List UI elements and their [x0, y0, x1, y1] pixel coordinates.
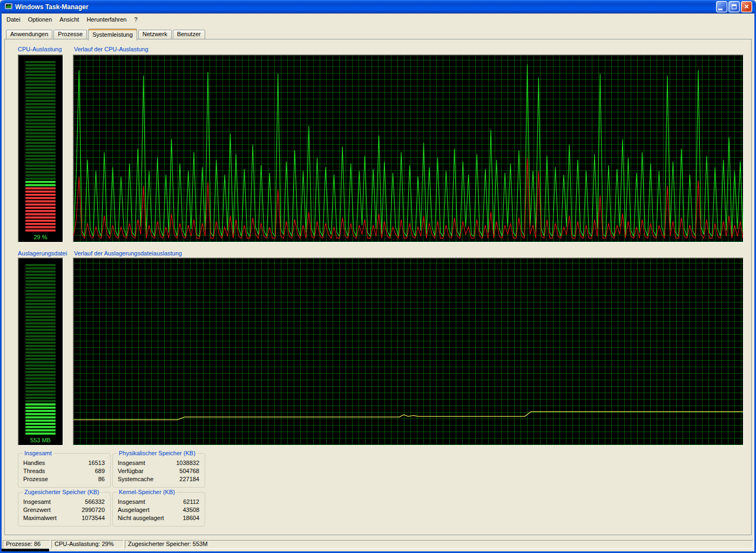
- status-commit-charge: Zugesicherter Speicher: 553M: [125, 540, 753, 549]
- stat-label: Insgesamt: [23, 498, 51, 506]
- stat-label: Maximalwert: [23, 514, 57, 522]
- menu-item-hilfe[interactable]: ?: [130, 15, 141, 24]
- title-bar: Windows Task-Manager ✕: [2, 0, 754, 14]
- status-cpu-usage: CPU-Auslastung: 29%: [51, 540, 124, 549]
- tab-benutzer[interactable]: Benutzer: [173, 30, 205, 39]
- close-button[interactable]: ✕: [741, 1, 752, 12]
- menu-item-datei[interactable]: Datei: [3, 15, 24, 24]
- app-icon: [4, 3, 13, 11]
- cpu-history-chart: [73, 55, 744, 242]
- tab-prozesse[interactable]: Prozesse: [53, 30, 87, 39]
- cpu-gauge-segments: [25, 58, 56, 233]
- stat-value: 1038832: [176, 459, 199, 467]
- close-icon: ✕: [744, 4, 749, 10]
- bottom-edge-strip: [2, 549, 754, 551]
- window-title: Windows Task-Manager: [15, 3, 715, 11]
- minimize-button[interactable]: [716, 1, 727, 12]
- stat-value: 86: [98, 475, 105, 483]
- stat-value: 43508: [183, 506, 199, 514]
- pagefile-history-label: Verlauf der Auslagerungsdateiauslastung: [74, 250, 182, 257]
- pagefile-usage-gauge: 553 MB: [18, 258, 63, 446]
- minimize-icon: [718, 9, 723, 10]
- group-title: Kernel-Speicher (KB): [117, 489, 177, 495]
- stat-label: Prozesse: [23, 475, 48, 483]
- stat-value: 1073544: [82, 514, 105, 522]
- group-zugesicherter-speicher: Zugesicherter Speicher (KB) Insgesamt566…: [18, 492, 111, 527]
- stat-label: Systemcache: [118, 475, 153, 483]
- stat-label: Handles: [23, 459, 45, 467]
- cpu-gauge-label: CPU-Auslastung: [18, 46, 62, 52]
- group-title: Physikalischer Speicher (KB): [117, 450, 197, 456]
- group-kernel-speicher: Kernel-Speicher (KB) Insgesamt62112 Ausg…: [112, 492, 205, 527]
- status-processes: Prozesse: 86: [3, 540, 50, 549]
- maximize-icon: [732, 4, 737, 9]
- cpu-usage-gauge: 29 %: [18, 55, 63, 242]
- menu-item-herunterfahren[interactable]: Herunterfahren: [83, 15, 130, 24]
- cpu-gauge-value: 29 %: [18, 233, 63, 242]
- performance-tab-panel: CPU-Auslastung Verlauf der CPU-Auslastun…: [4, 39, 752, 535]
- stat-value: 2990720: [82, 506, 105, 514]
- tab-anwendungen[interactable]: Anwendungen: [6, 30, 52, 39]
- stat-label: Nicht ausgelagert: [118, 514, 164, 522]
- tab-systemleistung[interactable]: Systemleistung: [88, 29, 137, 41]
- pagefile-history-chart: [73, 258, 744, 446]
- group-insgesamt: Insgesamt Handles16513 Threads689 Prozes…: [18, 453, 111, 488]
- group-title: Insgesamt: [23, 450, 53, 456]
- pagefile-gauge-value: 553 MB: [18, 436, 63, 445]
- stat-label: Insgesamt: [118, 459, 145, 467]
- group-physikalischer-speicher: Physikalischer Speicher (KB) Insgesamt10…: [112, 453, 205, 488]
- menu-item-optionen[interactable]: Optionen: [24, 15, 56, 24]
- stat-value: 227184: [179, 475, 199, 483]
- stat-value: 566332: [85, 498, 105, 506]
- tab-strip: Anwendungen Prozesse Systemleistung Netz…: [6, 29, 754, 39]
- stat-label: Verfügbar: [118, 467, 144, 475]
- cpu-history-label: Verlauf der CPU-Auslastung: [74, 46, 148, 52]
- stat-value: 62112: [183, 498, 199, 506]
- stat-label: Grenzwert: [23, 506, 51, 514]
- stat-value: 504768: [179, 467, 199, 475]
- stat-value: 689: [95, 467, 105, 475]
- stat-value: 16513: [88, 459, 105, 467]
- stat-label: Insgesamt: [118, 498, 145, 506]
- stat-label: Threads: [23, 467, 45, 475]
- pagefile-gauge-segments: [25, 261, 56, 436]
- status-bar: Prozesse: 86 CPU-Auslastung: 29% Zugesic…: [2, 539, 754, 549]
- tab-netzwerk[interactable]: Netzwerk: [138, 30, 172, 39]
- pagefile-gauge-label: Auslagerungsdatei: [18, 250, 67, 257]
- task-manager-window: Windows Task-Manager ✕ Datei Optionen An…: [0, 0, 756, 553]
- menu-bar: Datei Optionen Ansicht Herunterfahren ?: [2, 14, 754, 25]
- stat-label: Ausgelagert: [118, 506, 150, 514]
- group-title: Zugesicherter Speicher (KB): [23, 489, 101, 495]
- maximize-button[interactable]: [728, 1, 740, 12]
- titlebar-buttons: ✕: [715, 1, 752, 12]
- menu-item-ansicht[interactable]: Ansicht: [56, 15, 83, 24]
- stat-value: 18604: [183, 514, 199, 522]
